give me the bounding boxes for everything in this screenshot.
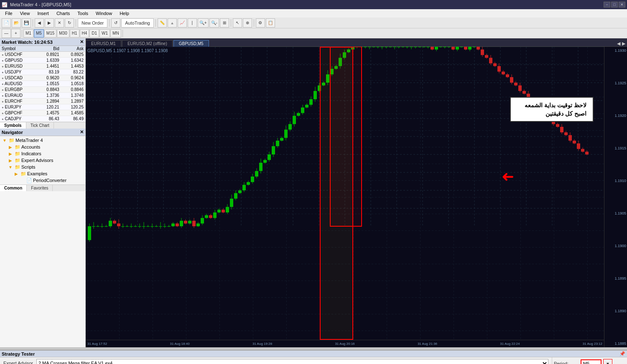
menu-window[interactable]: Window: [92, 9, 115, 18]
maximize-btn[interactable]: □: [611, 2, 618, 8]
chart-scroll-right[interactable]: ▶: [622, 41, 625, 46]
mw-bid: 1.2894: [36, 99, 61, 104]
nav-item[interactable]: 📄PeriodConverter: [1, 177, 84, 184]
svg-rect-217: [472, 47, 476, 47]
period-h1[interactable]: H1: [70, 29, 79, 38]
svg-rect-215: [468, 47, 472, 50]
chart-scroll-left[interactable]: ◀: [617, 41, 620, 46]
period-h4[interactable]: H4: [80, 29, 89, 38]
nav-item-label: Accounts: [21, 144, 40, 149]
tb-crosshair-btn[interactable]: ⊕: [243, 18, 252, 28]
chart-nav-arrows[interactable]: ◀ ▶: [615, 41, 627, 47]
st-title: Strategy Tester: [2, 351, 35, 356]
st-period-label: Period:: [554, 361, 579, 364]
tb-prop-btn[interactable]: ⚙: [256, 18, 265, 28]
svg-rect-79: [184, 221, 187, 224]
nav-item[interactable]: ▼📁MetaTrader 4: [1, 137, 84, 144]
svg-rect-91: [209, 215, 212, 218]
chart-tab-eurusd-m1[interactable]: EURUSD,M1: [86, 40, 121, 47]
chart-tab-eurusd-m2[interactable]: EURUSD,M2 (offline): [122, 40, 173, 47]
tb-template-btn[interactable]: 📋: [266, 18, 275, 28]
period-m1[interactable]: M1: [23, 29, 33, 38]
tab-symbols[interactable]: Symbols: [0, 122, 26, 129]
tb-indicator-btn[interactable]: 📈: [178, 18, 187, 28]
tb-objects-btn[interactable]: ⟁: [168, 18, 177, 28]
tb-refresh2-btn[interactable]: ↺: [111, 18, 120, 28]
nav-item-icon: [19, 177, 25, 183]
period-m5[interactable]: M5: [34, 29, 44, 38]
period-m30[interactable]: M30: [57, 29, 69, 38]
st-header: Strategy Tester 📌: [0, 351, 627, 357]
tb-open-btn[interactable]: 📂: [12, 18, 21, 28]
tb-save-btn[interactable]: 💾: [22, 18, 31, 28]
tb-zoom-in-btn[interactable]: 🔍+: [198, 18, 209, 28]
tab-common[interactable]: Common: [0, 185, 27, 191]
navigator-header: Navigator ✕: [0, 129, 85, 136]
period-w1[interactable]: W1: [99, 29, 110, 38]
period-d1[interactable]: D1: [89, 29, 99, 38]
period-mn[interactable]: MN: [110, 29, 121, 38]
menu-insert[interactable]: Insert: [34, 9, 52, 18]
nav-item[interactable]: ▼📁Scripts: [1, 164, 84, 170]
svg-rect-167: [368, 47, 371, 47]
tb-new-btn[interactable]: 📄: [2, 18, 11, 28]
menu-view[interactable]: View: [17, 9, 33, 18]
main-layout: Market Watch: 16:24:53 ✕ Symbol Bid Ask …: [0, 38, 627, 347]
svg-rect-171: [376, 47, 380, 47]
tb-line-btn[interactable]: —: [2, 29, 11, 38]
tb-refresh-btn[interactable]: ↻: [65, 18, 74, 28]
nav-item-label: PeriodConverter: [33, 178, 66, 183]
tb-linestudies-btn[interactable]: 📏: [158, 18, 167, 28]
svg-rect-65: [155, 226, 158, 227]
nav-item[interactable]: ▶📁Expert Advisors: [1, 157, 84, 164]
tb-zoom-out-btn[interactable]: 🔍-: [209, 18, 219, 28]
nav-item-icon: 📁: [15, 151, 20, 157]
mw-ask: 83.22: [61, 69, 85, 75]
nav-item[interactable]: ▶📁Accounts: [1, 144, 84, 150]
menu-tools[interactable]: Tools: [74, 9, 92, 18]
svg-rect-205: [447, 47, 451, 47]
time-label: 31 Aug 20:16: [335, 342, 354, 346]
tb-back-btn[interactable]: ◀: [35, 18, 44, 28]
tab-tick-chart[interactable]: Tick Chart: [26, 122, 54, 129]
tb-fwd-btn[interactable]: ▶: [45, 18, 54, 28]
market-watch-close[interactable]: ✕: [80, 39, 84, 45]
price-label: 1.1900: [605, 244, 626, 248]
chart-inner[interactable]: GBPUSD,M5 1.1907 1.1908 1.1907 1.1908: [86, 47, 627, 347]
minimize-btn[interactable]: −: [604, 2, 610, 8]
mw-bid: 120.21: [36, 104, 61, 110]
tb-crossbtn[interactable]: +: [11, 29, 20, 38]
svg-rect-181: [397, 47, 400, 47]
nav-item-icon: 📁: [20, 171, 26, 177]
st-ea-select[interactable]: 2 MA Crosses Mega filter EA V1.ex4: [36, 359, 548, 364]
st-period-btn[interactable]: ▼: [603, 359, 612, 364]
svg-rect-237: [514, 83, 517, 86]
menu-help[interactable]: Help: [116, 9, 133, 18]
mw-symbol: ● CADJPY: [0, 116, 36, 122]
nav-item[interactable]: ▶📁Indicators: [1, 150, 84, 157]
menu-file[interactable]: File: [2, 9, 16, 18]
svg-rect-95: [217, 210, 221, 212]
menu-charts[interactable]: Charts: [53, 9, 73, 18]
svg-rect-221: [481, 50, 484, 55]
st-pin[interactable]: 📌: [619, 351, 625, 356]
title-bar-controls[interactable]: − □ ✕: [604, 2, 625, 8]
tb-new-order-btn[interactable]: New Order: [78, 18, 107, 28]
nav-item[interactable]: ▶📁Examples: [1, 170, 84, 177]
price-label: 1.1915: [605, 146, 626, 150]
tb-cancel-btn[interactable]: ✕: [55, 18, 64, 28]
market-watch-row: ● AUDUSD 1.0515 1.0518: [0, 81, 85, 87]
tb-grid-btn[interactable]: ⊞: [220, 18, 229, 28]
tb-period-sep[interactable]: |: [188, 18, 197, 28]
chart-tab-gbpusd-m5[interactable]: GBPUSD,M5: [173, 40, 209, 47]
period-m15[interactable]: M15: [44, 29, 56, 38]
market-watch-body: ● USDCHF 0.8921 0.8925 ● GBPUSD 1.6339 1…: [0, 52, 85, 122]
close-btn[interactable]: ✕: [619, 2, 625, 8]
navigator-close[interactable]: ✕: [80, 129, 84, 135]
st-period-input[interactable]: [581, 359, 602, 364]
col-ask: Ask: [61, 46, 85, 52]
tb-cursor-btn[interactable]: ↖: [233, 18, 242, 28]
market-watch-row: ● EURGBP 0.8843 0.8846: [0, 87, 85, 93]
tb-autotrading-btn[interactable]: AutoTrading: [121, 18, 154, 28]
tab-favorites[interactable]: Favorites: [27, 185, 53, 191]
